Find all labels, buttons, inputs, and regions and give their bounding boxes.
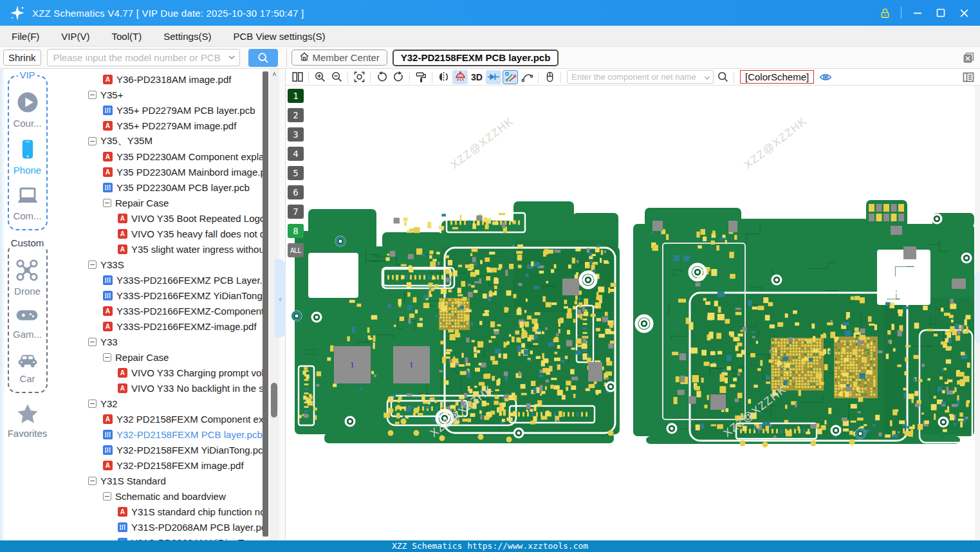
tree-file[interactable]: AY33S-PD2166FEXMZ-image.pdf — [55, 318, 263, 334]
menu-vip-v-[interactable]: VIP(V) — [61, 31, 89, 42]
license-lock-icon[interactable] — [875, 5, 894, 21]
measure-icon[interactable] — [503, 70, 518, 84]
close-button[interactable] — [954, 5, 974, 21]
tree-group[interactable]: Y31S Standard — [55, 473, 263, 488]
menu-tool-t-[interactable]: Tool(T) — [112, 31, 142, 42]
tab-member-center[interactable]: Member Center — [291, 50, 387, 66]
layer-button-7[interactable]: 7 — [288, 205, 304, 219]
maximize-button[interactable] — [931, 5, 950, 21]
mirror-icon[interactable] — [436, 70, 451, 84]
search-button[interactable] — [248, 49, 278, 67]
tree-file[interactable]: AY36-PD2318AM image.pdf — [55, 71, 263, 87]
colorscheme-button[interactable]: [ColorScheme] — [740, 70, 814, 84]
collapse-minus-icon[interactable] — [103, 492, 111, 501]
tree-group[interactable]: Repair Case — [55, 195, 263, 210]
split-view-icon[interactable] — [290, 70, 305, 84]
tree-file[interactable]: AY35+ PD2279AM image.pdf — [55, 118, 263, 133]
collapse-minus-icon[interactable] — [103, 199, 111, 207]
tree-file[interactable]: Y33S-PD2166FEXMZ YiDianTong.p — [55, 288, 263, 303]
sidebar-item-cour[interactable]: Cour... — [13, 91, 41, 129]
tree-file[interactable]: Y35+ PD2279AM PCB layer.pcb — [55, 102, 263, 118]
collapse-right-handle[interactable] — [974, 272, 980, 343]
zoom-out-icon[interactable] — [329, 70, 344, 84]
tree-group[interactable]: Repair Case — [55, 349, 263, 365]
collapse-minus-icon[interactable] — [88, 477, 97, 485]
net-search-input[interactable] — [567, 70, 714, 84]
tree-file[interactable]: AY31S standard chip function no — [55, 504, 263, 519]
net-search-icon[interactable] — [715, 70, 730, 84]
chevron-down-icon[interactable] — [703, 73, 711, 84]
close-tab-icon[interactable] — [962, 51, 975, 67]
tree-file[interactable]: AY35 slight water ingress without — [55, 241, 263, 257]
tree-group[interactable]: Y35、Y35M — [55, 133, 263, 149]
collapse-minus-icon[interactable] — [88, 91, 97, 99]
collapse-minus-icon[interactable] — [88, 137, 97, 145]
scrollbar-thumb[interactable] — [271, 383, 277, 418]
menu-settings-s-[interactable]: Settings(S) — [163, 31, 211, 42]
rotate-right-icon[interactable] — [391, 70, 406, 84]
sidebar-item-car[interactable]: Car — [15, 349, 40, 384]
minimize-button[interactable] — [908, 5, 927, 21]
arc-icon[interactable] — [519, 70, 535, 84]
fit-screen-icon[interactable] — [351, 70, 367, 84]
tree-file[interactable]: Y32-PD2158FEXM YiDianTong.pcb — [55, 442, 263, 457]
eye-icon[interactable] — [818, 70, 833, 84]
menu-pcb-view-settings-s-[interactable]: PCB View settings(S) — [233, 31, 325, 42]
chevron-down-icon[interactable] — [227, 53, 236, 64]
tree-file[interactable]: Y31S-PD2068AM PCB layer.pcb — [55, 519, 263, 535]
tree-file[interactable]: AY32 PD2158FEXM Component exp — [55, 411, 263, 427]
collapse-minus-icon[interactable] — [103, 353, 111, 362]
tree-group[interactable]: Y33 — [55, 334, 263, 349]
tree-file[interactable]: AY35 PD2230AM Mainbord image.p — [55, 164, 263, 179]
layer-button-5[interactable]: 5 — [288, 166, 304, 180]
layer-button-6[interactable]: 6 — [288, 185, 304, 199]
diode-icon[interactable] — [486, 70, 501, 84]
sidebar-item-phone[interactable]: Phone — [14, 138, 41, 176]
collapse-minus-icon[interactable] — [88, 261, 97, 269]
collapse-minus-icon[interactable] — [88, 400, 97, 408]
tree-file[interactable]: AY33S-PD2166FEXMZ-Component e — [55, 303, 263, 318]
layer-button-4[interactable]: 4 — [288, 147, 304, 161]
tree-file[interactable]: Y35 PD2230AM PCB layer.pcb — [55, 179, 263, 195]
layer-button-3[interactable]: 3 — [288, 127, 304, 142]
sidebar-item-gam[interactable]: Gam... — [13, 306, 42, 340]
layer-button-2[interactable]: 2 — [288, 108, 304, 122]
layer-button-all[interactable]: ALL — [288, 243, 304, 257]
layer-button-1[interactable]: 1 — [288, 89, 304, 103]
shrink-button[interactable]: Shrink — [3, 50, 41, 66]
menubar: File(F)VIP(V)Tool(T)Settings(S)PCB View … — [0, 26, 980, 47]
three-d-icon[interactable]: 3D — [469, 70, 485, 84]
rotate-left-icon[interactable] — [374, 70, 389, 84]
tree-file[interactable]: Y31S-PD2068AM YiDianTong.pcb — [55, 535, 263, 540]
layer-button-8[interactable]: 8 — [288, 224, 304, 238]
sidebar-item-drone[interactable]: Drone — [14, 259, 41, 297]
tree-group[interactable]: Y35+ — [55, 87, 263, 102]
collapse-panel-handle[interactable]: ‹ — [275, 259, 286, 338]
tree-file[interactable]: AVIVO Y35 Boot Repeated Logo R — [55, 210, 263, 226]
mouse-icon[interactable] — [542, 70, 557, 84]
tree-file[interactable]: Y33S-PD2166FEXMZ PCB Layer.pcb — [55, 272, 263, 288]
pcb-board-view[interactable]: 11XZZ@XZZHKXZZ@XZZHKXZZ@XZZHKXZZ@XZZHK — [286, 86, 980, 540]
tree-file[interactable]: AVIVO Y33 Charging prompt volt — [55, 365, 263, 380]
collapse-minus-icon[interactable] — [88, 338, 97, 346]
tree-file[interactable]: AY35 PD2230AM Component explai — [55, 149, 263, 164]
lamp-icon[interactable] — [452, 70, 468, 84]
scroll-up-icon[interactable]: ˄ — [270, 70, 279, 78]
tree-group[interactable]: Y33S — [55, 257, 263, 272]
tree-file[interactable]: AVIVO Y33 No backlight in the se — [55, 380, 263, 396]
tree-group[interactable]: Y32 — [55, 396, 263, 411]
zoom-in-icon[interactable] — [312, 70, 328, 84]
tree-file[interactable]: Y32-PD2158FEXM PCB layer.pcb — [55, 427, 263, 442]
tree-file[interactable]: AVIVO Y35 heavy fall does not dis — [55, 226, 263, 241]
model-search-input[interactable] — [47, 49, 240, 66]
panel-divider[interactable] — [263, 71, 268, 537]
tree-group[interactable]: Schematic and boardview — [55, 488, 263, 504]
tree-file[interactable]: AY32-PD2158FEXM image.pdf — [55, 457, 263, 473]
sidebar-item-favorites[interactable]: Favorites — [0, 403, 55, 439]
layers-panel-toggle-icon[interactable] — [961, 70, 976, 84]
menu-file-f-[interactable]: File(F) — [12, 31, 39, 42]
tab-pcb-file[interactable]: Y32-PD2158FEXM PCB layer.pcb — [393, 50, 559, 66]
paint-roller-icon[interactable] — [413, 70, 429, 84]
pcb-canvas[interactable]: 12345678ALL 11XZZ@XZZHKXZZ@XZZHKXZZ@XZZH… — [286, 86, 980, 540]
sidebar-item-com[interactable]: Com... — [13, 185, 41, 221]
